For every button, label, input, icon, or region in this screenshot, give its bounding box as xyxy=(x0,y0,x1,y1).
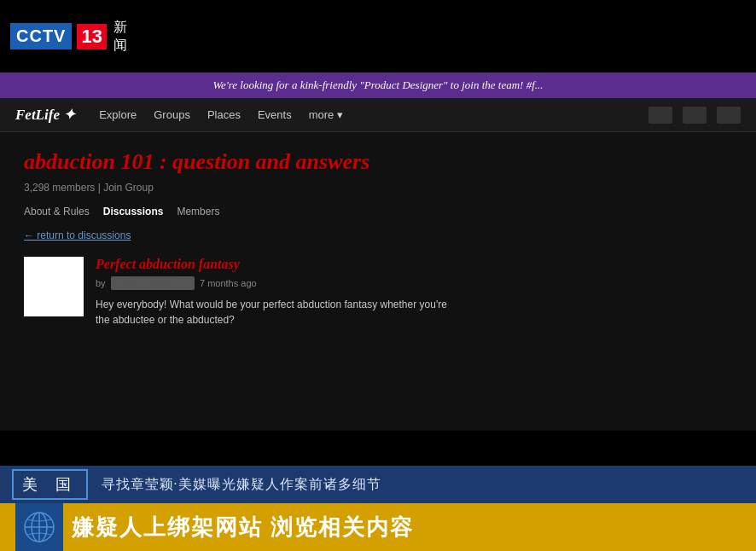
fetlife-logo: FetLife ✦ xyxy=(15,106,75,124)
announcement-text: We're looking for a kink-friendly "Produ… xyxy=(212,78,543,92)
nav-more[interactable]: more ▾ xyxy=(309,108,343,121)
post-author-line: by ████████ 7 months ago xyxy=(96,276,447,290)
post-time: 7 months ago xyxy=(200,278,257,288)
post-avatar-image xyxy=(24,257,84,316)
bottom-news-section: 美 国 寻找章莹颖·美媒曝光嫌疑人作案前诸多细节 嫌疑人上绑架网站 浏览相关内容 xyxy=(0,466,756,551)
post-body: Perfect abduction fantasy by ████████ 7 … xyxy=(96,257,447,328)
main-content-area: abduction 101 : question and answers 3,2… xyxy=(0,132,756,345)
cctv-logo: CCTV xyxy=(10,23,72,49)
post-content: Hey everybody! What would be your perfec… xyxy=(96,297,447,328)
main-headline-text: 嫌疑人上绑架网站 浏览相关内容 xyxy=(72,513,414,542)
sub-headline: 寻找章莹颖·美媒曝光嫌疑人作案前诸多细节 xyxy=(102,476,381,494)
post-title[interactable]: Perfect abduction fantasy xyxy=(96,257,447,272)
fetlife-navbar: FetLife ✦ Explore Groups Places Events m… xyxy=(0,98,756,132)
location-bar: 美 国 寻找章莹颖·美媒曝光嫌疑人作案前诸多细节 xyxy=(0,466,756,503)
return-to-discussions-link[interactable]: ← return to discussions xyxy=(24,229,732,241)
nav-icon-2 xyxy=(683,107,707,124)
tab-members[interactable]: Members xyxy=(177,206,219,218)
tab-discussions[interactable]: Discussions xyxy=(103,206,164,218)
nav-events[interactable]: Events xyxy=(258,108,292,121)
nav-icon-1 xyxy=(648,107,672,124)
cctv-logo-area: CCTV 13 新 闻 xyxy=(10,19,127,55)
nav-groups[interactable]: Groups xyxy=(154,108,190,121)
post-author-name: ████████ xyxy=(111,276,195,290)
cctv-xinwen-label: 新 闻 xyxy=(113,19,127,55)
tab-about-rules[interactable]: About & Rules xyxy=(24,206,90,218)
website-content: FetLife ✦ Explore Groups Places Events m… xyxy=(0,98,756,431)
post-card: Perfect abduction fantasy by ████████ 7 … xyxy=(24,257,732,328)
nav-explore[interactable]: Explore xyxy=(99,108,137,121)
main-headline-bar: 嫌疑人上绑架网站 浏览相关内容 xyxy=(0,503,756,551)
cctv-channel-number: 13 xyxy=(77,24,106,49)
cctv-header: CCTV 13 新 闻 xyxy=(0,0,756,72)
nav-places[interactable]: Places xyxy=(207,108,241,121)
announcement-bar: We're looking for a kink-friendly "Produ… xyxy=(0,72,756,98)
group-meta: 3,298 members | Join Group xyxy=(24,182,732,194)
location-tag: 美 国 xyxy=(12,469,88,500)
nav-icons-area xyxy=(648,107,741,124)
group-tabs: About & Rules Discussions Members xyxy=(24,206,732,218)
nav-icon-3 xyxy=(717,107,741,124)
post-by-label: by xyxy=(96,278,106,288)
globe-icon xyxy=(15,503,63,551)
group-title: abduction 101 : question and answers xyxy=(24,149,732,175)
